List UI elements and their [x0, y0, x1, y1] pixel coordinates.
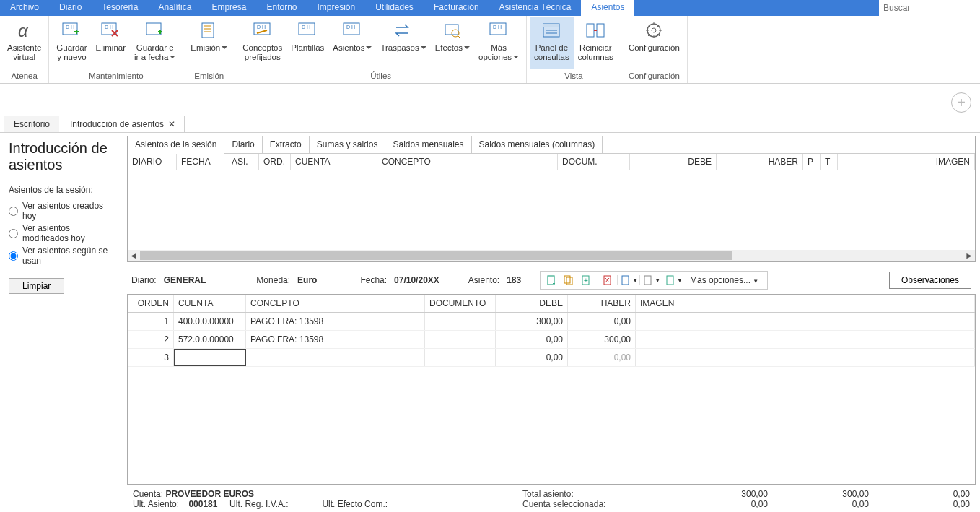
ribbon-btn-guardar-e[interactable]: Guardar e ir a fecha [130, 17, 180, 69]
entry-row[interactable]: 2572.0.0.00000PAGO FRA: 135980,00300,00 [128, 331, 975, 349]
radio-input[interactable] [9, 251, 18, 261]
cell-debe[interactable]: 0,00 [496, 349, 568, 366]
scroll-right-icon[interactable]: ► [963, 250, 975, 261]
ribbon-btn-más[interactable]: D HMás opciones [474, 17, 523, 69]
cell-concepto[interactable] [246, 349, 425, 366]
cell-cuenta[interactable] [174, 349, 246, 366]
subtab-extracto[interactable]: Extracto [263, 136, 310, 153]
cell-cuenta[interactable]: 572.0.0.00000 [174, 331, 246, 348]
scroll-track[interactable] [140, 251, 963, 260]
more-options-dropdown[interactable]: Más opciones... ▼ [684, 275, 764, 285]
ribbon-btn-guardar[interactable]: D HGuardar y nuevo [52, 17, 91, 69]
ribbon-btn-eliminar[interactable]: D HEliminar [92, 17, 131, 69]
menu-empresa[interactable]: Empresa [201, 0, 256, 16]
entry-row[interactable]: 30,000,00 [128, 349, 975, 367]
ribbon-btn-conceptos[interactable]: D HConceptos prefijados [238, 17, 286, 69]
menu-utilidades[interactable]: Utilidades [365, 0, 424, 16]
tool-doc2-dropdown[interactable]: ▼ [639, 275, 660, 285]
clear-button[interactable]: Limpiar [9, 278, 64, 294]
session-filter-option-2[interactable]: Ver asientos según se usan [9, 246, 118, 266]
tab-introducción-de-asientos[interactable]: Introducción de asientos✕ [61, 116, 185, 132]
add-tab-button[interactable]: + [951, 92, 971, 113]
cell-haber[interactable]: 0,00 [568, 349, 636, 366]
ribbon-btn-asientos[interactable]: D HAsientos [328, 17, 376, 69]
ribbon-btn-emisión[interactable]: Emisión [186, 17, 232, 69]
session-filter-option-0[interactable]: Ver asientos creados hoy [9, 201, 118, 221]
subtab-saldos-mensuales-(columnas)[interactable]: Saldos mensuales (columnas) [472, 136, 603, 153]
col-documento[interactable]: DOCUMENTO [425, 295, 496, 312]
observaciones-button[interactable]: Observaciones [889, 272, 971, 289]
ribbon-btn-reiniciar[interactable]: Reiniciar columnas [574, 17, 618, 69]
ribbon-btn-panel-de[interactable]: Panel de consultas [530, 17, 574, 69]
col-imagen[interactable]: IMAGEN [636, 295, 975, 312]
horizontal-scrollbar[interactable]: ◄ ► [128, 250, 975, 261]
cell-imagen[interactable] [636, 349, 975, 366]
cell-concepto[interactable]: PAGO FRA: 13598 [246, 313, 425, 330]
entry-grid-empty[interactable] [128, 367, 975, 484]
cell-documento[interactable] [425, 313, 496, 330]
session-col-diario[interactable]: DIARIO [128, 154, 177, 170]
cell-debe[interactable]: 300,00 [496, 313, 568, 330]
ribbon-btn-configuración[interactable]: Configuración [624, 17, 684, 69]
cell-concepto[interactable]: PAGO FRA: 13598 [246, 331, 425, 348]
tool-doc1-dropdown[interactable]: ▼ [617, 275, 638, 285]
col-orden[interactable]: ORDEN [128, 295, 174, 312]
session-col-haber[interactable]: HABER [717, 154, 803, 170]
session-col-concepto[interactable]: CONCEPTO [377, 154, 558, 170]
menu-impresión[interactable]: Impresión [307, 0, 365, 16]
menu-asistencia técnica[interactable]: Asistencia Técnica [489, 0, 582, 16]
radio-input[interactable] [9, 229, 18, 238]
ribbon-btn-traspasos[interactable]: Traspasos [376, 17, 430, 69]
col-concepto[interactable]: CONCEPTO [246, 295, 425, 312]
cell-haber[interactable]: 0,00 [568, 313, 636, 330]
menu-asientos[interactable]: Asientos [581, 0, 634, 16]
subtab-saldos-mensuales[interactable]: Saldos mensuales [385, 136, 471, 153]
tool-new-icon[interactable] [543, 273, 559, 287]
subtab-sumas-y-saldos[interactable]: Sumas y saldos [310, 136, 386, 153]
ribbon-icon: α [14, 20, 35, 40]
subtab-asientos-de-la-sesión[interactable]: Asientos de la sesión [128, 136, 224, 154]
session-col-debe[interactable]: DEBE [630, 154, 717, 170]
search-input[interactable] [879, 0, 980, 16]
cell-cuenta[interactable]: 400.0.0.00000 [174, 313, 246, 330]
col-haber[interactable]: HABER [568, 295, 636, 312]
tab-escritorio[interactable]: Escritorio [4, 116, 59, 132]
cell-documento[interactable] [425, 331, 496, 348]
radio-input[interactable] [9, 207, 18, 216]
session-col-fecha[interactable]: FECHA [177, 154, 227, 170]
ribbon-btn-efectos[interactable]: Efectos [431, 17, 474, 69]
session-grid-body[interactable] [128, 170, 975, 250]
cell-haber[interactable]: 300,00 [568, 331, 636, 348]
session-col-t[interactable]: T [821, 154, 838, 170]
close-icon[interactable]: ✕ [168, 119, 175, 129]
tool-add-icon[interactable]: + [578, 273, 594, 287]
menu-analítica[interactable]: Analítica [148, 0, 201, 16]
menu-diario[interactable]: Diario [49, 0, 92, 16]
session-col-docum.[interactable]: DOCUM. [558, 154, 630, 170]
cell-imagen[interactable] [636, 313, 975, 330]
menu-archivo[interactable]: Archivo [0, 0, 49, 16]
menu-facturación[interactable]: Facturación [424, 0, 489, 16]
cell-imagen[interactable] [636, 331, 975, 348]
session-col-asi.[interactable]: ASI. [227, 154, 259, 170]
tool-delete-icon[interactable] [600, 273, 616, 287]
session-col-imagen[interactable]: IMAGEN [838, 154, 975, 170]
col-debe[interactable]: DEBE [496, 295, 568, 312]
menu-tesorería[interactable]: Tesorería [92, 0, 148, 16]
menu-entorno[interactable]: Entorno [256, 0, 307, 16]
scroll-left-icon[interactable]: ◄ [128, 250, 139, 261]
cell-documento[interactable] [425, 349, 496, 366]
subtab-diario[interactable]: Diario [224, 136, 262, 153]
ribbon-btn-asistente[interactable]: αAsistente virtual [3, 17, 45, 69]
session-col-cuenta[interactable]: CUENTA [291, 154, 377, 170]
entry-row[interactable]: 1400.0.0.00000PAGO FRA: 13598300,000,00 [128, 313, 975, 331]
cell-debe[interactable]: 0,00 [496, 331, 568, 348]
session-col-p[interactable]: P [803, 154, 821, 170]
session-col-ord.[interactable]: ORD. [259, 154, 291, 170]
ribbon-btn-plantillas[interactable]: D HPlantillas [286, 17, 328, 69]
session-filter-option-1[interactable]: Ver asientos modificados hoy [9, 223, 118, 243]
tool-doc3-dropdown[interactable]: ▼ [662, 275, 683, 285]
svg-text:α: α [18, 21, 29, 40]
tool-copy-icon[interactable] [561, 273, 577, 287]
col-cuenta[interactable]: CUENTA [174, 295, 246, 312]
